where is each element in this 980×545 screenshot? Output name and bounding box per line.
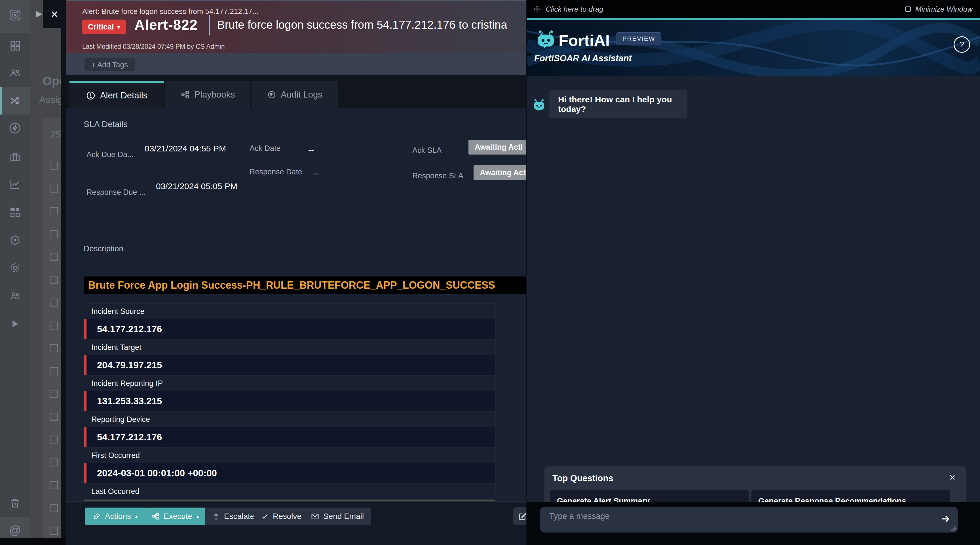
incident-shuffle-icon[interactable] bbox=[0, 92, 30, 110]
field-value-row[interactable]: 54.177.212.176 bbox=[84, 427, 495, 447]
alert-tabbar: Alert Details Playbooks Audit Logs bbox=[66, 75, 526, 108]
severity-dropdown[interactable]: Critical ▾ bbox=[82, 19, 126, 34]
settings-gear-icon[interactable] bbox=[0, 259, 30, 277]
send-message-button[interactable] bbox=[940, 514, 950, 524]
asset-cube-icon[interactable] bbox=[0, 231, 30, 249]
checkmark-icon bbox=[261, 512, 269, 520]
actions-dropdown-button[interactable]: Actions ▴ bbox=[85, 508, 145, 525]
field-group: Incident Reporting IP 131.253.33.215 bbox=[84, 375, 495, 412]
resolve-button[interactable]: Resolve bbox=[253, 508, 309, 525]
info-circle-icon bbox=[86, 91, 95, 100]
field-label: Last Occurred bbox=[84, 483, 495, 499]
row-checkbox bbox=[50, 207, 58, 215]
ack-due-value: 03/21/2024 04:55 PM bbox=[145, 141, 230, 156]
row-checkbox bbox=[50, 299, 58, 307]
field-value-row[interactable]: 54.177.212.176 bbox=[84, 319, 495, 339]
window-bottom-edge bbox=[0, 538, 66, 545]
row-checkbox bbox=[50, 390, 58, 398]
field-group: Incident Target 204.79.197.215 bbox=[84, 339, 495, 375]
widgets-icon[interactable] bbox=[0, 203, 30, 221]
description-section-title: Description bbox=[84, 244, 123, 253]
fortisoar-app: @ ▶ Ope Assign 25 × Alert: Brute force l… bbox=[0, 0, 980, 545]
response-sla-label: Response SLA bbox=[412, 172, 463, 180]
field-value-row[interactable]: 131.253.33.215 bbox=[84, 391, 495, 411]
chat-area: Hi there! How can I help you today? Top … bbox=[527, 76, 980, 502]
row-checkbox bbox=[50, 459, 58, 466]
ack-sla-label: Ack SLA bbox=[412, 146, 442, 155]
edit-record-button[interactable] bbox=[513, 507, 526, 525]
incident-field-table: Incident Source 54.177.212.176 Incident … bbox=[84, 303, 495, 501]
row-checkbox bbox=[50, 435, 58, 443]
escalate-arrow-icon bbox=[212, 512, 220, 520]
chart-reports-icon[interactable] bbox=[0, 175, 30, 193]
field-group: Last Occurred bbox=[84, 483, 495, 500]
automation-sync-icon[interactable] bbox=[0, 6, 30, 24]
response-date-value: -- bbox=[313, 166, 319, 181]
ack-due-label: Ack Due Da... bbox=[86, 150, 134, 159]
alert-title: Brute force logon success from 54.177.21… bbox=[217, 18, 526, 31]
background-divider bbox=[43, 113, 61, 114]
chat-input-region bbox=[527, 502, 980, 545]
severity-accent-bar bbox=[84, 319, 86, 339]
dashboard-icon[interactable] bbox=[0, 37, 30, 55]
message-input-container bbox=[540, 507, 958, 532]
field-label: Incident Reporting IP bbox=[84, 375, 495, 391]
row-checkbox bbox=[50, 230, 58, 238]
sla-divider bbox=[77, 132, 526, 132]
execute-dropdown-button[interactable]: Execute ▴ bbox=[144, 508, 207, 525]
row-checkbox bbox=[50, 162, 58, 170]
field-label: Incident Source bbox=[84, 303, 495, 319]
add-tags-button[interactable]: + Add Tags bbox=[84, 58, 135, 71]
field-value-row[interactable]: 204.79.197.215 bbox=[84, 355, 495, 375]
field-label: Reporting Device bbox=[84, 412, 495, 427]
lightning-automation-icon[interactable] bbox=[0, 119, 30, 137]
severity-label: Critical bbox=[88, 23, 114, 32]
row-checkbox bbox=[50, 321, 58, 329]
message-input[interactable] bbox=[549, 511, 930, 529]
play-run-icon[interactable] bbox=[0, 315, 30, 333]
users-icon[interactable] bbox=[0, 287, 30, 305]
tab-playbooks[interactable]: Playbooks bbox=[165, 81, 250, 108]
field-label: Incident Target bbox=[84, 339, 495, 355]
row-checkbox bbox=[50, 276, 58, 284]
row-checkbox bbox=[50, 527, 58, 535]
field-group: First Occurred 2024-03-01 00:01:00 +00:0… bbox=[84, 448, 495, 483]
row-checkbox bbox=[50, 481, 58, 489]
tab-alert-details[interactable]: Alert Details bbox=[70, 81, 164, 108]
briefcase-icon[interactable] bbox=[0, 148, 30, 166]
alert-detail-panel: Alert: Brute force logon success from 54… bbox=[66, 0, 526, 545]
close-top-questions-button[interactable]: × bbox=[950, 472, 955, 483]
row-checkbox bbox=[50, 367, 58, 375]
close-alert-panel-button[interactable]: × bbox=[43, 0, 66, 29]
row-checkbox bbox=[50, 413, 58, 421]
minimize-window-button[interactable]: Minimize Window bbox=[904, 5, 976, 14]
close-icon: × bbox=[950, 472, 955, 483]
preview-badge: PREVIEW bbox=[616, 32, 661, 45]
mentions-at-icon[interactable]: @ bbox=[0, 521, 30, 539]
tab-audit-logs[interactable]: Audit Logs bbox=[251, 81, 338, 108]
help-button[interactable]: ? bbox=[954, 36, 970, 53]
background-page-size: 25 bbox=[51, 129, 62, 140]
field-group: Reporting Device 54.177.212.176 bbox=[84, 412, 495, 448]
field-label: First Occurred bbox=[84, 448, 495, 463]
send-email-button[interactable]: Send Email bbox=[304, 508, 371, 525]
eye-icon bbox=[267, 90, 276, 99]
team-queues-icon[interactable] bbox=[0, 64, 30, 82]
fortiai-header: FortiAI PREVIEW FortiSOAR AI Assistant ? bbox=[527, 20, 980, 76]
panel-collapse-arrow-icon[interactable]: ▶ bbox=[36, 8, 42, 18]
ack-date-label: Ack Date bbox=[250, 144, 281, 153]
panel-shadow-gap bbox=[61, 0, 66, 545]
fortiai-drag-bar[interactable]: Click here to drag Minimize Window bbox=[527, 0, 980, 18]
field-group: Incident Source 54.177.212.176 bbox=[84, 303, 495, 339]
severity-accent-bar bbox=[84, 391, 86, 411]
sidebar-rail: @ bbox=[0, 0, 30, 545]
field-value-row[interactable]: 2024-03-01 00:01:00 +00:00 bbox=[84, 463, 495, 483]
assistant-message-bubble: Hi there! How can I help you today? bbox=[549, 90, 687, 118]
send-arrow-icon bbox=[940, 514, 950, 524]
severity-accent-bar bbox=[84, 427, 86, 447]
playbook-icon bbox=[181, 90, 190, 99]
minimize-icon bbox=[904, 5, 912, 13]
recycle-bin-icon[interactable] bbox=[0, 494, 30, 512]
input-resize-handle[interactable] bbox=[950, 526, 956, 531]
response-due-label: Response Due ... bbox=[86, 188, 146, 197]
